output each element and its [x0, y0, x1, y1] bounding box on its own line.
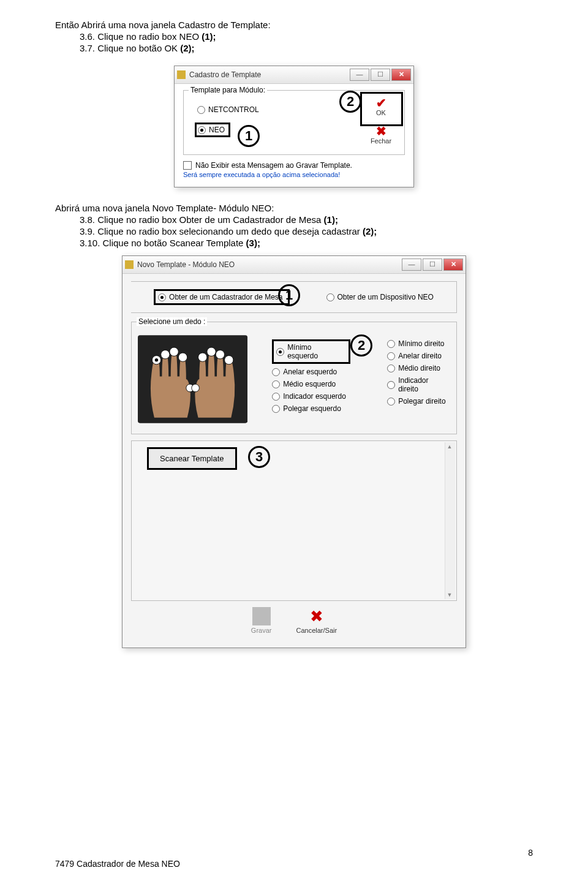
doc-step-36: 3.6. Clique no radio box NEO (1); [80, 31, 533, 42]
window-title: Cadastro de Template [189, 70, 350, 79]
scanear-template-button[interactable]: Scanear Template [147, 447, 237, 470]
radio-medio-direito[interactable]: Médio direito [387, 364, 450, 372]
radio-label: NETCONTROL [208, 105, 259, 114]
checkbox-label: Não Exibir esta Mensagem ao Gravar Templ… [195, 161, 352, 170]
minimize-button[interactable]: — [402, 259, 421, 271]
hands-image [138, 333, 247, 425]
dialog-cadastro-template: Cadastro de Template — ☐ ✕ Template para… [174, 66, 414, 187]
group-label: Template para Módulo: [189, 86, 267, 94]
info-text: Será sempre executada a opção acima sele… [183, 171, 405, 178]
scroll-up-icon[interactable]: ▲ [445, 442, 454, 451]
doc-step-39: 3.9. Clique no radio box selecionando um… [80, 226, 533, 236]
radio-anelar-esquerdo[interactable]: Anelar esquerdo [272, 368, 350, 376]
close-button[interactable]: ✕ [391, 69, 411, 81]
dialog-novo-template: Novo Template - Módulo NEO — ☐ ✕ Obter d… [122, 255, 466, 648]
button-label: OK [376, 109, 386, 116]
svg-point-3 [170, 347, 178, 356]
footer: 7479 Cadastrador de Mesa NEO 8 [55, 859, 533, 869]
lock-icon [125, 260, 134, 269]
scrollbar[interactable]: ▲ ▼ [445, 442, 455, 599]
checkbox-icon [183, 161, 192, 170]
svg-point-8 [207, 347, 216, 356]
radio-minimo-esquerdo[interactable]: Mínimo esquerdo [272, 339, 350, 364]
checkbox-nao-exibir[interactable]: Não Exibir esta Mensagem ao Gravar Templ… [183, 161, 405, 170]
radio-label: Obter de um Dispositivo NEO [337, 293, 434, 301]
radio-obter-mesa[interactable]: Obter de um Cadastrador de Mesa [154, 289, 289, 305]
radio-icon [158, 293, 166, 301]
button-label: Cancelar/Sair [296, 627, 337, 634]
scan-area: Scanear Template 3 ▲ ▼ [131, 440, 457, 601]
radio-obter-neo[interactable]: Obter de um Dispositivo NEO [326, 289, 434, 305]
doc-text: Abrirá uma nova janela Novo Template- Mó… [55, 203, 533, 213]
svg-point-9 [198, 353, 207, 361]
radio-icon [276, 348, 284, 356]
svg-point-4 [178, 353, 187, 361]
doc-step-310: 3.10. Clique no botão Scanear Template (… [80, 238, 533, 248]
maximize-button[interactable]: ☐ [423, 259, 442, 271]
fechar-button[interactable]: ✖ Fechar [364, 124, 398, 146]
radio-label: Obter de um Cadastrador de Mesa [169, 293, 282, 301]
cross-icon: ✖ [364, 125, 398, 137]
save-icon [252, 607, 271, 625]
cancelar-button[interactable]: ✖ Cancelar/Sair [296, 607, 337, 634]
button-label: Fechar [371, 137, 391, 145]
ok-button[interactable]: ✔ OK [364, 96, 398, 118]
doc-step-37: 3.7. Clique no botão OK (2); [80, 43, 533, 53]
radio-polegar-direito[interactable]: Polegar direito [387, 397, 450, 406]
radio-icon [326, 293, 334, 301]
doc-step-38: 3.8. Clique no radio box Obter de um Cad… [80, 214, 533, 225]
check-icon: ✔ [364, 97, 398, 109]
gravar-button[interactable]: Gravar [251, 607, 272, 634]
button-label: Gravar [251, 627, 272, 634]
svg-point-7 [216, 350, 224, 359]
maximize-button[interactable]: ☐ [371, 69, 390, 81]
radio-label: NEO [209, 126, 225, 134]
svg-point-6 [225, 355, 233, 364]
radio-indicador-direito[interactable]: Indicador direito [387, 376, 450, 393]
annotation-3: 3 [248, 446, 270, 468]
radio-indicador-esquerdo[interactable]: Indicador esquerdo [272, 392, 350, 401]
radio-minimo-direito[interactable]: Mínimo direito [387, 339, 450, 348]
radio-medio-esquerdo[interactable]: Médio esquerdo [272, 380, 350, 388]
doc-text: Então Abrirá uma nova janela Cadastro de… [55, 20, 533, 30]
titlebar[interactable]: Novo Template - Módulo NEO — ☐ ✕ [123, 256, 466, 274]
radio-anelar-direito[interactable]: Anelar direito [387, 352, 450, 360]
radio-netcontrol[interactable]: NETCONTROL [197, 105, 358, 114]
radio-icon [197, 106, 205, 114]
lock-icon [177, 70, 186, 79]
cross-icon: ✖ [307, 607, 326, 625]
window-title: Novo Template - Módulo NEO [137, 260, 402, 269]
page-number: 8 [528, 848, 533, 858]
group-label-finger: Selecione um dedo : [137, 317, 207, 326]
svg-point-11 [155, 358, 158, 361]
radio-polegar-esquerdo[interactable]: Polegar esquerdo [272, 404, 350, 413]
annotation-2: 2 [350, 334, 372, 357]
minimize-button[interactable]: — [350, 69, 369, 81]
svg-point-10 [192, 384, 200, 392]
titlebar[interactable]: Cadastro de Template — ☐ ✕ [175, 66, 413, 84]
scroll-down-icon[interactable]: ▼ [445, 591, 454, 599]
svg-point-2 [161, 350, 170, 359]
radio-label: Mínimo esquerdo [287, 343, 344, 360]
close-button[interactable]: ✕ [443, 259, 463, 271]
radio-neo[interactable]: NEO [195, 123, 230, 137]
radio-icon [198, 126, 206, 134]
